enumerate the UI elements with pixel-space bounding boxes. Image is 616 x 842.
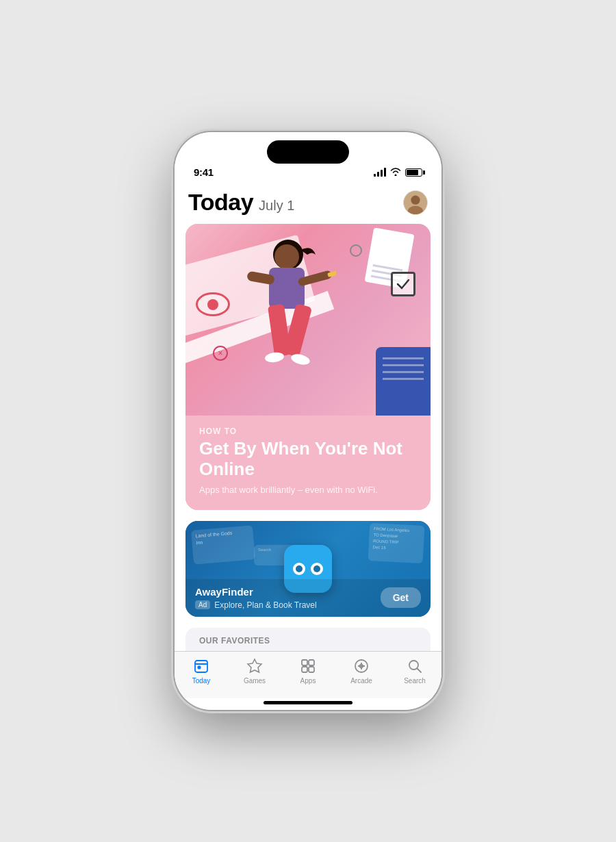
search-icon <box>406 657 424 675</box>
svg-rect-16 <box>302 660 307 665</box>
battery-fill <box>407 170 418 175</box>
svg-rect-5 <box>269 268 305 309</box>
tab-today-label: Today <box>192 677 211 685</box>
feature-card-image: × <box>185 224 431 416</box>
card-title: Get By When You're Not Online <box>199 439 417 480</box>
illus-folder <box>376 347 431 416</box>
feature-card-content: HOW TO Get By When You're Not Online App… <box>185 416 431 510</box>
signal-bar-1 <box>374 174 376 177</box>
tab-arcade[interactable]: Arcade <box>341 657 382 685</box>
svg-line-25 <box>418 669 422 673</box>
tab-apps[interactable]: Apps <box>287 657 329 685</box>
tab-search-label: Search <box>404 677 426 685</box>
feature-card[interactable]: × <box>185 224 431 510</box>
arcade-icon <box>352 657 370 675</box>
page-header: Today July 1 <box>175 178 441 224</box>
today-icon <box>192 657 210 675</box>
user-avatar[interactable] <box>403 190 428 215</box>
tab-search[interactable]: Search <box>394 657 435 685</box>
card-eyebrow: HOW TO <box>199 426 417 436</box>
page-date: July 1 <box>259 198 294 214</box>
ad-bg-card-1: Land of the GodsInn <box>191 525 255 565</box>
signal-bar-3 <box>381 170 383 177</box>
status-bar: 9:41 <box>175 164 441 178</box>
phone-screen: 9:41 <box>175 132 441 710</box>
svg-rect-18 <box>302 667 307 672</box>
illus-circle <box>350 244 362 257</box>
illus-checkbox <box>391 272 415 296</box>
ad-badge: Ad <box>195 600 210 609</box>
ad-tagline: Explore, Plan & Book Travel <box>214 600 316 610</box>
tab-games-label: Games <box>244 677 266 685</box>
tab-bar: Today Games <box>175 651 441 698</box>
apps-icon <box>299 657 317 675</box>
signal-bars-icon <box>374 168 386 177</box>
tab-games[interactable]: Games <box>234 657 275 685</box>
awayfinder-eyes <box>293 563 323 575</box>
ad-app-details: AwayFinder Ad Explore, Plan & Book Trave… <box>195 586 317 610</box>
svg-point-4 <box>274 244 299 269</box>
battery-icon <box>405 168 422 177</box>
svg-rect-15 <box>198 666 201 669</box>
illus-x: × <box>213 346 228 361</box>
wifi-icon <box>390 167 401 178</box>
tab-today[interactable]: Today <box>181 657 222 685</box>
awayfinder-eye-right <box>311 563 323 575</box>
ad-bg-card-2: FROM Los AngelesTO DenpasarROUND TRIPDec… <box>368 523 425 563</box>
tab-apps-label: Apps <box>300 677 316 685</box>
header-title-group: Today July 1 <box>188 189 294 216</box>
favorites-section-header: OUR FAVORITES <box>185 628 431 651</box>
home-indicator <box>264 701 352 704</box>
get-button[interactable]: Get <box>381 587 421 608</box>
ad-app-name: AwayFinder <box>195 586 317 598</box>
content-area[interactable]: Today July 1 <box>175 178 441 651</box>
awayfinder-eye-left <box>293 563 305 575</box>
illus-eye <box>196 292 230 316</box>
dynamic-island <box>267 140 349 164</box>
ad-card-info: AwayFinder Ad Explore, Plan & Book Trave… <box>185 579 431 617</box>
svg-rect-17 <box>309 660 314 665</box>
illus-person <box>227 231 336 395</box>
illustration-container: × <box>185 224 431 416</box>
signal-bar-2 <box>377 172 379 177</box>
ad-badge-row: Ad Explore, Plan & Book Travel <box>195 600 317 610</box>
svg-point-1 <box>411 195 420 204</box>
svg-rect-19 <box>309 667 314 672</box>
status-time: 9:41 <box>194 166 214 178</box>
signal-bar-4 <box>384 168 386 177</box>
card-subtitle: Apps that work brilliantly – even with n… <box>199 484 417 496</box>
phone-frame: 9:41 <box>175 132 441 710</box>
games-icon <box>246 657 264 675</box>
page-title: Today <box>188 189 253 216</box>
tab-arcade-label: Arcade <box>350 677 372 685</box>
favorites-section-title: OUR FAVORITES <box>199 636 417 646</box>
svg-rect-13 <box>195 661 207 672</box>
ad-card[interactable]: Land of the GodsInn FROM Los AngelesTO D… <box>185 521 431 617</box>
status-icons <box>374 167 422 178</box>
